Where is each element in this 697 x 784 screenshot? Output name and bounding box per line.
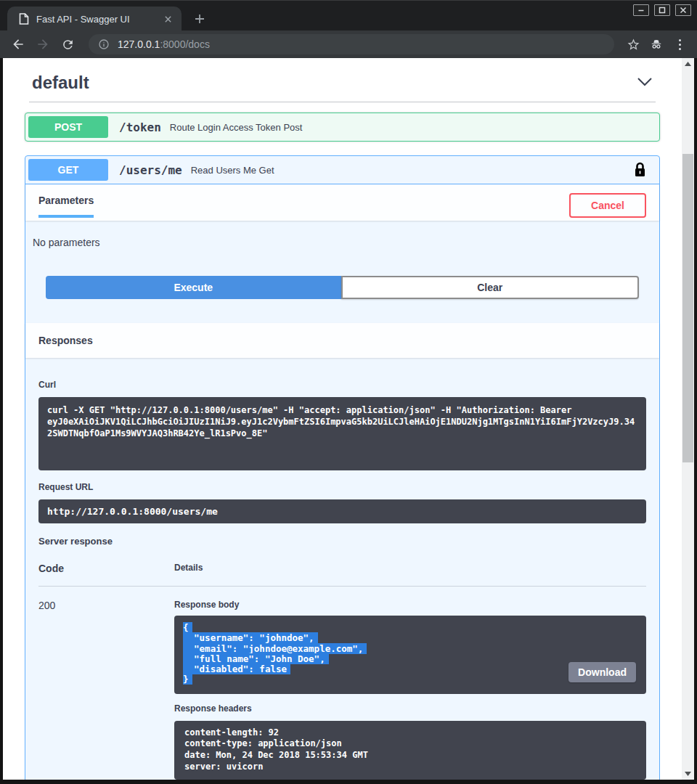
auth-lock-icon[interactable] [634, 162, 646, 178]
page-favicon-icon [19, 13, 29, 25]
chevron-down-icon[interactable] [637, 76, 653, 89]
no-parameters-text: No parameters [25, 221, 659, 251]
tab-close-icon[interactable] [161, 12, 174, 25]
post-method-badge: POST [28, 116, 108, 138]
response-body-line: "email": "johndoe@example.com", [183, 643, 367, 654]
default-section-header[interactable]: default [25, 71, 660, 93]
response-header-line: content-length: 92 [184, 727, 636, 739]
scroll-up-icon[interactable] [682, 58, 694, 70]
responses-inner: Curl curl -X GET "http://127.0.0.1:8000/… [25, 358, 659, 780]
opblock-post-token: POST /token Route Login Access Token Pos… [25, 113, 660, 142]
server-response-label: Server response [38, 536, 646, 547]
server-response-row: 200 Response body { "username": "johndoe… [38, 587, 646, 780]
site-info-icon[interactable] [97, 34, 110, 54]
response-headers-label: Response headers [174, 703, 646, 714]
back-icon[interactable] [7, 33, 29, 55]
opblock-get-users-me: GET /users/me Read Users Me Get Paramete… [25, 155, 660, 780]
url-host: 127.0.0.1 [118, 38, 160, 50]
response-body-line: "username": "johndoe", [183, 632, 318, 643]
incognito-icon[interactable] [646, 34, 667, 54]
responses-header-band: Responses [25, 323, 659, 358]
responses-heading: Responses [38, 335, 646, 346]
new-tab-button[interactable] [190, 9, 209, 28]
page-scrollbar[interactable] [682, 58, 694, 780]
reload-icon[interactable] [57, 33, 78, 55]
section-title: default [32, 73, 89, 93]
request-url-label: Request URL [38, 482, 646, 492]
clear-button[interactable]: Clear [341, 276, 640, 299]
parameters-header-band: Parameters Cancel [25, 184, 659, 221]
response-headers-block: content-length: 92 content-type: applica… [174, 721, 646, 780]
request-url-value: http://127.0.0.1:8000/users/me [38, 499, 646, 523]
execute-row: Execute Clear [25, 251, 659, 314]
download-button[interactable]: Download [568, 662, 636, 682]
bookmark-star-icon[interactable] [623, 34, 643, 54]
tab-parameters[interactable]: Parameters [38, 195, 94, 218]
curl-command[interactable]: curl -X GET "http://127.0.0.1:8000/users… [38, 397, 646, 470]
minimize-button[interactable] [633, 4, 649, 16]
response-body-line: "disabled": false [183, 663, 290, 674]
execute-button[interactable]: Execute [46, 276, 341, 299]
browser-window: Fast API - Swagger UI [0, 0, 697, 784]
tab-strip: Fast API - Swagger UI [0, 0, 697, 30]
details-column-header: Details [174, 563, 646, 574]
server-response-table-header: Code Details [38, 563, 646, 587]
curl-label: Curl [38, 380, 646, 390]
browser-toolbar: 127.0.0.1:8000/docs [0, 30, 697, 58]
get-path: /users/me [119, 163, 182, 177]
get-summary-text: Read Users Me Get [191, 165, 634, 176]
code-column-header: Code [38, 563, 174, 574]
response-header-line: content-type: application/json [184, 738, 636, 750]
response-body-label: Response body [174, 600, 646, 610]
window-controls [633, 4, 691, 16]
response-body-line: { [183, 622, 192, 633]
status-code: 200 [38, 600, 174, 780]
url-bar[interactable]: 127.0.0.1:8000/docs [89, 34, 614, 54]
close-button[interactable] [675, 4, 691, 16]
cancel-button[interactable]: Cancel [569, 193, 646, 218]
scroll-down-icon[interactable] [682, 768, 694, 780]
response-body-block[interactable]: { "username": "johndoe", "email": "johnd… [174, 616, 646, 694]
url-text: 127.0.0.1:8000/docs [118, 38, 210, 51]
post-summary-text: Route Login Access Token Post [170, 122, 656, 133]
response-body-line: "full_name": "John Doe", [183, 653, 329, 664]
tab-title: Fast API - Swagger UI [36, 14, 161, 25]
maximize-button[interactable] [654, 4, 670, 16]
browser-menu-icon[interactable] [669, 39, 690, 50]
response-header-line: server: uvicorn [184, 761, 636, 773]
get-method-badge: GET [28, 159, 108, 181]
section-divider [29, 102, 656, 102]
browser-content: default POST /token Route Login Access T… [0, 58, 697, 780]
post-path: /token [119, 121, 161, 134]
response-body-line: } [183, 674, 192, 685]
swagger-page: default POST /token Route Login Access T… [3, 58, 682, 780]
browser-tab[interactable]: Fast API - Swagger UI [7, 7, 182, 31]
forward-icon[interactable] [32, 33, 54, 55]
opblock-post-summary[interactable]: POST /token Route Login Access Token Pos… [25, 113, 659, 141]
scrollbar-thumb[interactable] [682, 154, 693, 462]
opblock-get-summary[interactable]: GET /users/me Read Users Me Get [25, 156, 659, 184]
url-path: :8000/docs [160, 38, 210, 50]
response-header-line: date: Mon, 24 Dec 2018 15:53:34 GMT [184, 750, 636, 761]
